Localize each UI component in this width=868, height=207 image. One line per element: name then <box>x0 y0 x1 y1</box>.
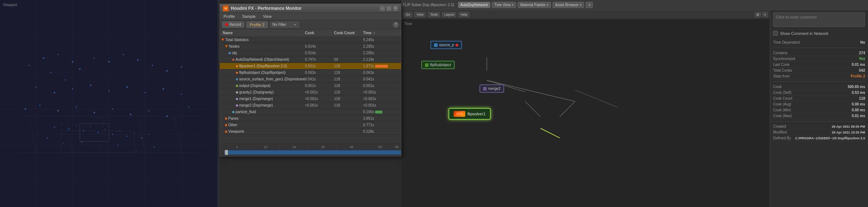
rp-modified-value: 29 Apr 2021 10:25 PM <box>832 131 865 134</box>
pm-record-button[interactable]: Record <box>222 21 244 28</box>
svg-point-57 <box>91 127 91 127</box>
svg-point-27 <box>108 61 110 63</box>
node-icon <box>236 91 238 93</box>
row-label: gravity1 (Dop/gravity) <box>239 90 274 94</box>
tools-button[interactable]: Tools <box>428 12 440 17</box>
pm-table-row[interactable]: Nodes0.914s2.285s <box>220 43 401 50</box>
pm-table-row[interactable]: source_surface_from_geo1 (Dop/volumesour… <box>220 76 401 83</box>
view-button[interactable]: View <box>414 12 426 17</box>
rp-cookavg-label: Cook (Avg) <box>773 102 791 106</box>
pm-table-row[interactable]: particle_fluid0.166s <box>220 109 401 115</box>
svg-point-33 <box>36 87 37 88</box>
rp-created-label: Created <box>773 124 786 128</box>
header-network-label: FLIP Solver Dop (flipsolver::2.0) <box>403 3 454 7</box>
rp-synchronized-label: Synchronized <box>773 57 795 61</box>
expand-icon[interactable] <box>225 45 228 48</box>
svg-point-42 <box>25 108 26 110</box>
pm-table-row[interactable]: merge2 (Dop/merge)<0.001s118<0.001s <box>220 102 401 109</box>
svg-point-21 <box>57 54 59 55</box>
rp-statsfrom-value: Profile 2 <box>851 74 865 78</box>
pm-table-row[interactable]: Panes3.961s <box>220 115 401 122</box>
pm-menu-sample[interactable]: Sample <box>241 14 257 19</box>
toolbar-icon2[interactable]: ≡ <box>762 12 768 17</box>
pm-table-body[interactable]: Total Statistics5.245sNodes0.914s2.285so… <box>220 37 401 142</box>
time-bar-green <box>375 111 382 114</box>
expand-icon[interactable] <box>221 39 224 41</box>
row-cook-value: <0.001s <box>305 97 334 101</box>
go-button[interactable]: Go <box>403 12 412 17</box>
help-button2[interactable]: Help <box>458 12 470 17</box>
node-flipsolver1[interactable]: flipsolver1 <box>449 108 491 120</box>
pm-profile-label: Profile 2 <box>246 21 268 28</box>
layout-button[interactable]: Layout <box>442 12 456 17</box>
node-graph-canvas[interactable]: Time source_p flipfluidobject merge2 fli… <box>401 19 770 207</box>
header-tab-add[interactable]: + <box>586 2 593 8</box>
pm-close-button[interactable]: ✕ <box>393 6 398 11</box>
pm-timeline-ruler: 1122436486060 <box>220 142 401 149</box>
rp-totalcooks-value: 542 <box>859 68 865 72</box>
pm-table-row[interactable]: obj0.914s2.285s <box>220 50 401 56</box>
rp-cookcount-row: Cook Count 118 <box>773 96 865 101</box>
node-icon <box>236 72 238 74</box>
row-time-value: 1.872s <box>363 64 399 68</box>
rp-divider3 <box>773 121 865 122</box>
pm-maximize-button[interactable]: □ <box>386 6 391 11</box>
rp-show-network-checkbox[interactable] <box>773 31 778 36</box>
svg-point-62 <box>126 136 128 137</box>
node-source[interactable]: source_p <box>430 41 462 49</box>
node-merge2[interactable]: merge2 <box>479 84 504 93</box>
svg-point-28 <box>123 54 124 55</box>
rp-created-row: Created 29 Apr 2021 08:05 PM <box>773 124 865 130</box>
node-icon <box>232 111 234 113</box>
svg-point-38 <box>126 87 128 88</box>
viewport[interactable]: Viewport <box>0 0 218 207</box>
svg-line-81 <box>575 90 617 107</box>
pm-table-row[interactable]: Total Statistics5.245s <box>220 37 401 43</box>
pm-table-row[interactable]: AutoDopNetwork (Object/dopnet)0.747s592.… <box>220 56 401 63</box>
pm-menu-profile[interactable]: Profile <box>222 14 236 19</box>
pm-menu-view[interactable]: View <box>261 14 273 19</box>
pm-table-row[interactable]: flipfluidobject (Dop/flipobject)0.063s11… <box>220 69 401 76</box>
row-cook-value: 0.001s <box>305 84 334 88</box>
pm-help-button[interactable]: ? <box>393 22 399 28</box>
svg-point-34 <box>54 92 55 93</box>
pm-table-row[interactable]: merge1 (Dop/merge)<0.001s118<0.001s <box>220 96 401 102</box>
rp-cookmin-row: Cook (Min) 0.00 ms <box>773 107 865 113</box>
pm-table-row[interactable]: gravity1 (Dop/gravity)<0.001s118<0.001s <box>220 89 401 96</box>
node-icon <box>236 65 238 67</box>
rp-show-network-label: Show Comment in Network <box>780 31 828 36</box>
svg-point-47 <box>112 108 113 110</box>
pm-table-row[interactable]: flipsolver1 (Dop/flipsolver:2.0)0.501s11… <box>220 63 401 69</box>
pm-titlebar: H Houdini FX - Performance Monitor ─ □ ✕ <box>220 4 401 13</box>
rp-comment-box[interactable]: Click to enter comment <box>773 12 865 27</box>
row-label: Viewports <box>228 130 244 134</box>
header-tab-treeview[interactable]: Tree View × <box>492 2 516 8</box>
node-flipfluid[interactable]: flipfluidobject <box>421 61 455 69</box>
svg-point-66 <box>47 138 48 139</box>
timeline-mark: 48 <box>337 145 365 149</box>
pm-record-label: Record <box>229 23 241 27</box>
pm-filter-dropdown[interactable]: No Filter ▼ <box>270 21 299 28</box>
row-count-value: 118 <box>334 84 363 88</box>
timeline-mark: 60 <box>365 145 394 149</box>
rp-contains-row: Contains 274 <box>773 50 865 56</box>
header-tab-autodop[interactable]: AutoDopNetwork <box>458 2 491 8</box>
row-cook-value: 0.063s <box>305 71 334 75</box>
node-icon <box>236 104 238 107</box>
pm-table-row[interactable]: Viewports0.228s <box>220 128 401 135</box>
rp-cookmax-label: Cook (Max) <box>773 114 792 118</box>
row-cook-value: <0.001s <box>305 90 334 94</box>
rp-definedby-value: C:/PROGRA~1/SIDEEF~1/0 Dop/flipsolver:2.… <box>795 136 865 140</box>
pm-minimize-button[interactable]: ─ <box>380 6 385 11</box>
svg-point-67 <box>63 143 64 144</box>
pm-app-icon: H <box>223 5 229 11</box>
header-tab-material[interactable]: Material Palette × <box>518 2 551 8</box>
pm-table-row[interactable]: output (Dop/output)0.001s1180.001s <box>220 83 401 89</box>
svg-point-30 <box>152 65 153 66</box>
pm-filter-label: No Filter <box>273 23 286 27</box>
pm-table-row[interactable]: Other0.771s <box>220 122 401 128</box>
rp-cookself-value: 0.53 ms <box>852 91 865 95</box>
toolbar-icon1[interactable]: ⊞ <box>755 12 761 17</box>
header-tab-asset[interactable]: Asset Browser × <box>552 2 584 8</box>
rp-content: Click to enter comment Show Comment in N… <box>770 10 868 207</box>
